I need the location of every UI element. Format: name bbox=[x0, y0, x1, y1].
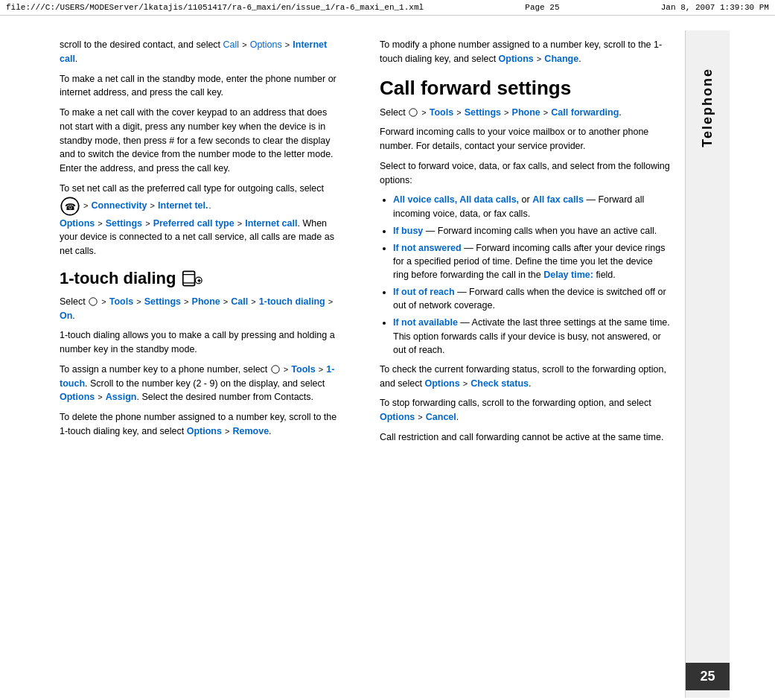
all-fax-link: All fax calls bbox=[532, 194, 584, 205]
change-link: Change bbox=[544, 54, 578, 64]
call-forward-heading: Call forward settings bbox=[380, 77, 670, 100]
internet-tel-link: Internet tel. bbox=[158, 200, 208, 211]
main-container: scroll to the desired contact, and selec… bbox=[0, 16, 775, 698]
phone-icon3 bbox=[270, 364, 281, 375]
call-forwarding-link: Call forwarding bbox=[551, 107, 619, 118]
bullet-item-3: If not answered — Forward incoming calls… bbox=[393, 241, 670, 281]
if-not-available-link: If not available bbox=[393, 317, 458, 328]
cancel-link: Cancel bbox=[426, 412, 456, 422]
all-voice-link: All voice calls, All data calls, bbox=[393, 194, 519, 205]
left-para7: To assign a number key to a phone number… bbox=[60, 363, 342, 404]
left-para4: To set net call as the preferred call ty… bbox=[60, 182, 342, 258]
right-para3: Forward incoming calls to your voice mai… bbox=[380, 125, 670, 153]
onetouch-dialing-link: 1-touch dialing bbox=[259, 296, 325, 307]
remove-link: Remove bbox=[232, 426, 269, 436]
check-status-link: Check status bbox=[471, 378, 529, 389]
tools3-link: Tools bbox=[430, 107, 453, 118]
left-para8: To delete the phone number assigned to a… bbox=[60, 410, 342, 439]
left-para2: To make a net call in the standby mode, … bbox=[60, 72, 342, 101]
timestamp: Jan 8, 2007 1:39:30 PM bbox=[661, 3, 769, 12]
settings-link: Settings bbox=[106, 218, 142, 229]
call-link2: Call bbox=[231, 296, 248, 307]
sidebar-label: Telephone bbox=[700, 68, 715, 147]
page-indicator: Page 25 bbox=[525, 3, 559, 12]
delay-time-link: Delay time: bbox=[543, 270, 593, 280]
bullet-item-5: If not available — Activate the last thr… bbox=[393, 316, 670, 356]
settings3-link: Settings bbox=[465, 107, 501, 118]
right-para7: Call restriction and call forwarding can… bbox=[380, 430, 670, 445]
options6-link: Options bbox=[424, 378, 459, 389]
touch-dialing-heading: 1-touch dialing ✦ bbox=[60, 266, 342, 290]
tools-link: Tools bbox=[109, 296, 133, 307]
top-bar: file:///C:/USERS/MODEServer/lkatajis/110… bbox=[0, 0, 775, 16]
phone-icon2 bbox=[88, 296, 98, 307]
page-number: 25 bbox=[686, 663, 730, 690]
bullet-list: All voice calls, All data calls, or All … bbox=[393, 193, 670, 356]
svg-text:☎: ☎ bbox=[65, 201, 76, 211]
preferred-call-type-link: Preferred call type bbox=[153, 218, 235, 229]
left-para6: 1-touch dialing allows you to make a cal… bbox=[60, 328, 342, 357]
content-area: scroll to the desired contact, and selec… bbox=[0, 16, 775, 698]
right-para6: To stop forwarding calls, scroll to the … bbox=[380, 396, 670, 424]
if-not-answered-link: If not answered bbox=[393, 243, 462, 253]
right-column: To modify a phone number assigned to a n… bbox=[365, 31, 685, 698]
left-para3: To make a net call with the cover keypad… bbox=[60, 106, 342, 176]
phone-link: Phone bbox=[192, 296, 220, 307]
sidebar: Telephone 25 bbox=[685, 31, 730, 698]
bullet-item-2: If busy — Forward incoming calls when yo… bbox=[393, 224, 670, 238]
options4-link: Options bbox=[187, 426, 222, 436]
options-link: Options bbox=[250, 39, 282, 50]
left-para5: Select > Tools > Settings > Phone > Call… bbox=[60, 295, 342, 323]
connectivity-link: Connectivity bbox=[92, 200, 147, 211]
assign-link: Assign bbox=[106, 392, 137, 402]
right-para2: Select > Tools > Settings > Phone > Call… bbox=[380, 106, 670, 120]
left-para1: scroll to the desired contact, and selec… bbox=[60, 38, 342, 66]
right-para4: Select to forward voice, data, or fax ca… bbox=[380, 159, 670, 188]
if-busy-link: If busy bbox=[393, 226, 423, 236]
on-link: On bbox=[60, 311, 72, 321]
tools2-link: Tools bbox=[291, 364, 315, 375]
svg-point-7 bbox=[89, 298, 98, 306]
svg-point-8 bbox=[272, 366, 280, 374]
options7-link: Options bbox=[380, 412, 415, 422]
phone2-link: Phone bbox=[512, 107, 540, 118]
touch-dialing-icon: ✦ bbox=[182, 267, 202, 288]
options5-link: Options bbox=[499, 54, 534, 64]
phone-icon: ☎ bbox=[60, 196, 80, 217]
file-path: file:///C:/USERS/MODEServer/lkatajis/110… bbox=[6, 3, 424, 12]
call-link: Call bbox=[223, 39, 240, 50]
right-para1: To modify a phone number assigned to a n… bbox=[380, 38, 670, 66]
bullet-item-1: All voice calls, All data calls, or All … bbox=[393, 193, 670, 220]
svg-point-9 bbox=[409, 109, 418, 117]
options2-link: Options bbox=[60, 218, 95, 229]
right-para5: To check the current forwarding status, … bbox=[380, 363, 670, 391]
options3-link: Options bbox=[60, 392, 95, 402]
left-column: scroll to the desired contact, and selec… bbox=[0, 31, 365, 698]
bullet-item-4: If out of reach — Forward calls when the… bbox=[393, 285, 670, 312]
settings2-link: Settings bbox=[144, 296, 181, 307]
svg-text:✦: ✦ bbox=[197, 278, 202, 284]
if-out-of-reach-link: If out of reach bbox=[393, 287, 455, 297]
internet-call2-link: Internet call bbox=[245, 218, 297, 229]
phone-icon4 bbox=[408, 107, 418, 118]
